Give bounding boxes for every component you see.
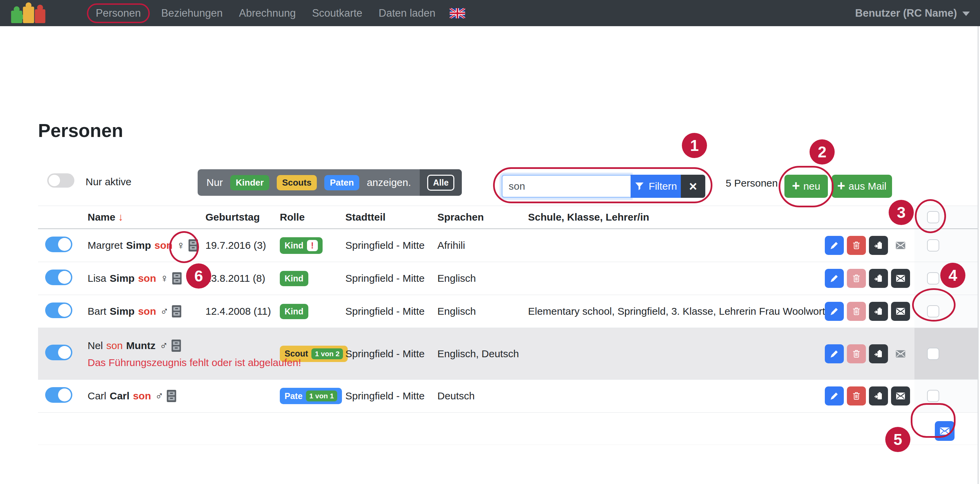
checkbox-cell: [915, 229, 978, 262]
row-checkbox[interactable]: [927, 305, 939, 318]
header-district[interactable]: Stadtteil: [345, 211, 438, 223]
delete-button[interactable]: [847, 387, 866, 406]
transfer-button[interactable]: [869, 236, 888, 255]
transfer-button[interactable]: [869, 344, 888, 363]
search-group: Filtern ×: [501, 175, 705, 198]
file-cabinet-icon[interactable]: [167, 390, 176, 402]
role-cell: Kind: [280, 271, 345, 286]
filter-all-button[interactable]: Alle: [427, 175, 454, 191]
close-icon: ×: [689, 179, 697, 194]
filter-badge-kinder[interactable]: Kinder: [230, 175, 269, 190]
envelope-icon: [895, 391, 906, 401]
person-name: Bart Simpson♂: [88, 305, 205, 318]
puzzle-logo-icon[interactable]: [10, 2, 47, 24]
active-toggle[interactable]: [45, 236, 72, 252]
mail-button[interactable]: [891, 302, 910, 321]
languages-cell: Afrihili: [438, 240, 528, 251]
uk-flag-icon[interactable]: [450, 8, 465, 18]
mail-button[interactable]: [891, 387, 910, 406]
delete-button[interactable]: [847, 269, 866, 288]
district-cell: Springfield - Mitte: [345, 348, 438, 359]
transfer-button[interactable]: [869, 387, 888, 406]
new-person-button[interactable]: + neu: [784, 175, 828, 198]
nav-item-beziehungen[interactable]: Beziehungen: [153, 7, 231, 19]
file-cabinet-icon[interactable]: [172, 340, 181, 352]
nav-item-personen[interactable]: Personen: [87, 3, 150, 23]
trash-icon: [851, 273, 861, 283]
nav-item-abrechnung[interactable]: Abrechnung: [231, 7, 304, 19]
table-row: Margret Simpson♀19.7.2016 (3)Kind!Spring…: [38, 229, 978, 262]
edit-button[interactable]: [825, 236, 844, 255]
role-cell: Kind!: [280, 237, 345, 254]
edit-button[interactable]: [825, 344, 844, 363]
transfer-button[interactable]: [869, 302, 888, 321]
checkbox-cell: [915, 295, 978, 327]
active-toggle[interactable]: [45, 270, 72, 285]
row-actions: [815, 236, 915, 255]
only-active-label: Nur aktive: [86, 176, 131, 188]
school-cell: Elementary school, Springfield, 3. Klass…: [528, 305, 815, 317]
transfer-clipboard-icon: [873, 306, 884, 316]
checkbox-cell: [915, 262, 978, 295]
transfer-button[interactable]: [869, 269, 888, 288]
checkbox-cell: [915, 328, 978, 379]
nav-item-daten-laden[interactable]: Daten laden: [371, 7, 444, 19]
delete-button[interactable]: [847, 236, 866, 255]
person-name: Lisa Simpson♀: [88, 272, 205, 285]
gender-icon: ♂: [160, 339, 168, 352]
table-footer-row: [38, 413, 978, 445]
row-checkbox[interactable]: [927, 390, 939, 402]
trash-icon: [851, 349, 861, 359]
page-title: Personen: [38, 120, 123, 141]
active-toggle[interactable]: [45, 345, 72, 360]
toggle-knob: [48, 174, 60, 187]
clear-search-button[interactable]: ×: [681, 175, 705, 198]
delete-button[interactable]: [847, 344, 866, 363]
row-checkbox[interactable]: [927, 239, 939, 251]
pencil-icon: [829, 391, 839, 401]
filter-button[interactable]: Filtern: [631, 175, 681, 198]
active-toggle[interactable]: [45, 387, 72, 403]
person-name: Carl Carlson♂: [88, 390, 205, 403]
file-cabinet-icon[interactable]: [172, 305, 181, 318]
only-active-toggle[interactable]: [47, 173, 74, 188]
select-all-checkbox[interactable]: [927, 211, 939, 223]
file-cabinet-icon[interactable]: [172, 272, 182, 284]
header-role[interactable]: Rolle: [280, 211, 345, 223]
header-birthday[interactable]: Geburtstag: [205, 211, 280, 223]
gender-icon: ♂: [155, 390, 164, 403]
district-cell: Springfield - Mitte: [345, 273, 438, 284]
annotation-badge-1: 1: [682, 133, 707, 158]
row-checkbox[interactable]: [927, 272, 939, 284]
user-menu[interactable]: Benutzer (RC Name): [855, 7, 970, 19]
edit-button[interactable]: [825, 302, 844, 321]
scrollbar[interactable]: [978, 26, 978, 484]
header-name[interactable]: Name↓: [88, 211, 205, 223]
header-languages[interactable]: Sprachen: [438, 211, 528, 223]
bulk-mail-button[interactable]: [935, 421, 955, 441]
table-row: Nelson Muntz♂Das Führungszeugnis fehlt o…: [38, 328, 978, 380]
file-cabinet-icon[interactable]: [188, 239, 198, 251]
annotation-badge-2: 2: [810, 139, 835, 165]
mail-button[interactable]: [891, 269, 910, 288]
gender-icon: ♀: [160, 272, 169, 285]
nav-item-scoutkarte[interactable]: Scoutkarte: [304, 7, 371, 19]
row-checkbox[interactable]: [927, 348, 939, 360]
filter-badge-scouts[interactable]: Scouts: [277, 175, 317, 190]
trash-icon: [851, 306, 861, 316]
transfer-clipboard-icon: [873, 391, 884, 401]
search-input[interactable]: [501, 175, 631, 198]
file-cabinet-icon: [167, 390, 176, 402]
new-from-mail-button[interactable]: + aus Mail: [832, 175, 892, 198]
edit-button[interactable]: [825, 387, 844, 406]
header-school[interactable]: Schule, Klasse, Lehrer/in: [528, 211, 815, 223]
role-alert-badge: !: [307, 240, 318, 251]
filter-badge-paten[interactable]: Paten: [324, 175, 359, 190]
trash-icon: [851, 391, 861, 401]
edit-button[interactable]: [825, 269, 844, 288]
filter-prefix-label: Nur: [207, 177, 223, 188]
pencil-icon: [829, 349, 839, 359]
active-toggle[interactable]: [45, 302, 72, 318]
delete-button[interactable]: [847, 302, 866, 321]
role-cell: Pate1 von 1: [280, 388, 345, 404]
